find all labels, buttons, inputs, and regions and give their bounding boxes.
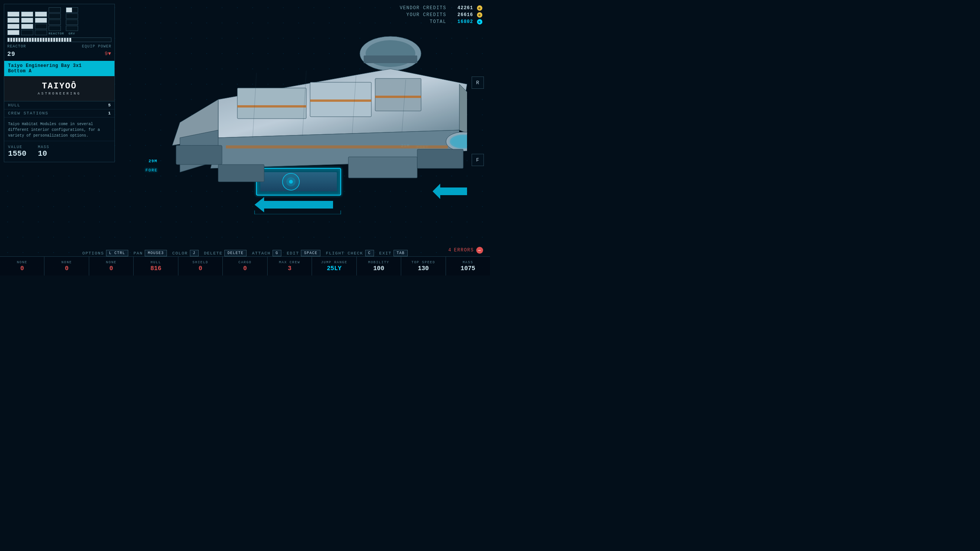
bar-slot [49, 7, 61, 13]
toolbar-exit: EXIT TAB [379, 250, 408, 256]
svg-marker-30 [255, 197, 333, 212]
edit-key[interactable]: SPACE [301, 250, 320, 256]
bar-slot [35, 24, 47, 29]
bar-slot [35, 11, 47, 17]
svg-rect-15 [176, 145, 222, 165]
f-button[interactable]: F [472, 154, 484, 166]
credit-icon-yours: ⊙ [477, 12, 482, 18]
svg-rect-7 [237, 105, 306, 108]
color-key[interactable]: J [190, 250, 199, 256]
bar-slot [66, 7, 78, 13]
stat-col-label: MASS [462, 261, 473, 264]
delete-label: DELETE [204, 251, 223, 256]
power-bar-group-3 [35, 11, 47, 35]
value-label: VALUE [8, 145, 26, 149]
reactor-bar-fill [8, 38, 72, 42]
stat-col-value: 816 [150, 265, 162, 272]
power-bar-group-2 [21, 11, 33, 35]
bar-slot [35, 30, 47, 35]
left-panel: REACTOR GRV REACTOR EQUIP POWER 29 9▼ [4, 4, 115, 162]
bottom-toolbar: OPTIONS L CTRL PAN MOUSE3 COLOR J DELETE… [0, 250, 490, 256]
edit-label: EDIT [287, 251, 299, 256]
value-mass-row: VALUE 1550 MASS 10 [4, 141, 114, 162]
bar-slot [7, 18, 20, 23]
stat-col-max-crew: MAX CREW3 [268, 257, 312, 276]
toolbar-flight-check: FLIGHT CHECK C [326, 250, 374, 256]
svg-rect-23 [218, 165, 264, 182]
attach-label: ATTACH [252, 251, 271, 256]
manufacturer-logo: TAIYOÔ ASTRONEERING [4, 76, 114, 101]
stat-col-cargo: CARGO0 [223, 257, 267, 276]
r-button[interactable]: R [472, 77, 484, 89]
stat-col-value: 0 [109, 265, 113, 272]
stat-col-jump-range: JUMP RANGE25LY [312, 257, 356, 276]
flight-key[interactable]: C [365, 250, 374, 256]
bar-slot [66, 13, 78, 19]
mass-block: MASS 10 [38, 145, 49, 158]
toolbar-delete: DELETE DELETE [204, 250, 247, 256]
crew-value: 1 [108, 111, 111, 116]
stat-col-value: 0 [199, 265, 203, 272]
delete-key[interactable]: DELETE [224, 250, 247, 256]
ship-svg [142, 23, 467, 214]
hull-value: 5 [108, 103, 111, 108]
stat-col-label: CARGO [238, 261, 252, 264]
stat-col-none: NONE0 [89, 257, 134, 276]
svg-marker-11 [459, 84, 467, 138]
bottom-stats-bar: NONE0NONE0NONE0HULL816SHIELD0CARGO0MAX C… [0, 256, 490, 276]
logo-name: TAIYOÔ [12, 82, 107, 91]
hull-label: HULL [8, 103, 20, 108]
ship-viewport [111, 0, 467, 237]
bar-slot [7, 11, 20, 17]
bar-slot [49, 26, 61, 31]
module-name-line1: Taiyo Engineering Bay 3x1 [8, 63, 111, 68]
svg-rect-9 [375, 96, 421, 98]
equip-value: 9▼ [105, 51, 111, 57]
stat-col-label: JUMP RANGE [321, 261, 347, 264]
pan-key[interactable]: MOUSE3 [145, 250, 167, 256]
stat-col-label: SHIELD [193, 261, 208, 264]
bar-slot [49, 13, 61, 19]
hull-stat-row: HULL 5 [4, 101, 114, 109]
reactor-bar-row [4, 37, 114, 44]
options-key[interactable]: L CTRL [106, 250, 128, 256]
stat-col-label: NONE [17, 261, 28, 264]
attach-key[interactable]: G [273, 250, 281, 256]
right-buttons: R F [472, 77, 484, 166]
reactor-label: REACTOR [7, 44, 26, 49]
bar-slot [35, 18, 47, 23]
crew-label: CREW STATIONS [8, 111, 48, 116]
credit-icon-total: ⊙ [477, 19, 482, 24]
svg-rect-4 [237, 88, 306, 119]
mass-number: 10 [38, 149, 49, 158]
eng-label: REACTOR [49, 32, 64, 35]
bar-slot [7, 24, 20, 29]
toolbar-color: COLOR J [172, 250, 199, 256]
bar-slot [66, 26, 78, 31]
exit-key[interactable]: TAB [394, 250, 408, 256]
stat-col-label: NONE [106, 261, 117, 264]
bar-slot [7, 30, 20, 35]
mass-label: MASS [38, 145, 49, 149]
power-bars: REACTOR GRV [4, 4, 114, 37]
bar-slot [21, 30, 33, 35]
stat-col-value: 1075 [461, 265, 475, 272]
reactor-value: 29 [7, 51, 15, 58]
stat-col-top-speed: TOP SPEED130 [401, 257, 446, 276]
selected-module-label: Taiyo Engineering Bay 3x1 Bottom A [4, 61, 114, 76]
exit-label: EXIT [379, 251, 392, 256]
value-number: 1550 [8, 149, 26, 158]
toolbar-options: OPTIONS L CTRL [82, 250, 128, 256]
options-label: OPTIONS [82, 251, 104, 256]
bar-slot [66, 20, 78, 25]
grv-label: GRV [66, 32, 78, 35]
stat-col-value: 3 [288, 265, 292, 272]
svg-rect-25 [417, 149, 463, 168]
stat-col-none: NONE0 [0, 257, 44, 276]
svg-rect-24 [348, 157, 417, 178]
value-block: VALUE 1550 [8, 145, 26, 158]
toolbar-pan: PAN MOUSE3 [134, 250, 167, 256]
toolbar-attach: ATTACH G [252, 250, 281, 256]
bar-slot [21, 18, 33, 23]
stat-col-label: NONE [61, 261, 72, 264]
